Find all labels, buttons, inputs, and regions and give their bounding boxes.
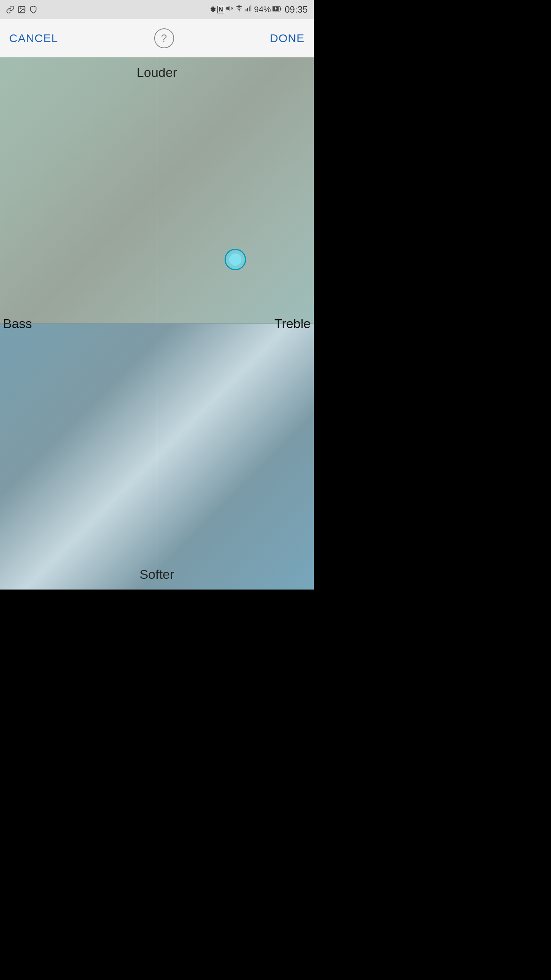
nfc-icon: N [217,6,224,13]
svg-rect-7 [247,8,248,11]
cancel-button[interactable]: CANCEL [9,32,58,45]
wifi-icon [235,4,243,15]
equalizer-canvas[interactable]: Louder Softer Bass Treble [0,57,314,590]
bluetooth-icon: ✱ [210,5,216,14]
image-icon [18,5,26,14]
status-bar-left-icons [6,5,37,14]
svg-rect-6 [246,9,247,11]
svg-rect-8 [249,7,250,11]
battery-icon [272,5,282,15]
link-icon [6,5,15,14]
status-bar: ✱ N 94% [0,0,314,19]
mute-icon [226,5,233,15]
eq-control-point-inner [229,253,241,266]
svg-point-5 [239,10,240,11]
battery-percentage: 94% [254,5,271,15]
eq-control-point[interactable] [225,249,246,270]
shield-icon [29,5,37,14]
done-button[interactable]: DONE [270,32,305,45]
svg-rect-9 [250,5,251,11]
horizontal-axis-line [0,323,314,324]
signal-icon [245,5,253,15]
clock: 09:35 [285,4,308,15]
svg-rect-12 [280,8,282,10]
svg-point-1 [20,8,21,9]
help-button[interactable]: ? [154,28,174,48]
svg-marker-2 [227,6,230,11]
status-bar-right-icons: ✱ N 94% [210,4,308,15]
toolbar: CANCEL ? DONE [0,19,314,57]
